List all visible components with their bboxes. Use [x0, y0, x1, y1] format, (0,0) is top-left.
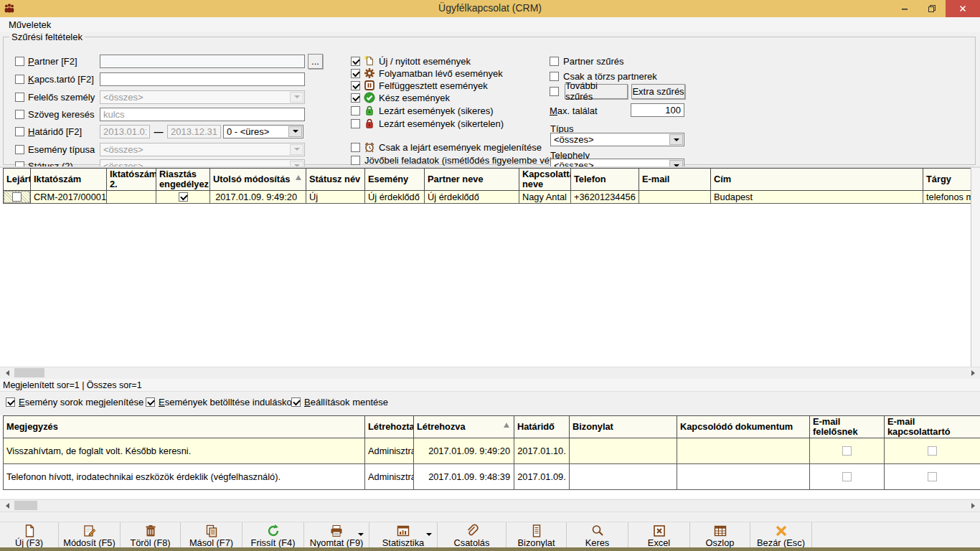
hscroll-thumb[interactable]: [14, 368, 44, 377]
col-lejart[interactable]: Lejárt: [4, 169, 31, 191]
felelos-filter-checkbox[interactable]: [15, 93, 24, 102]
notes-grid-hscrollbar[interactable]: [0, 499, 980, 512]
toolbar-statisztika-button[interactable]: Statisztika: [369, 522, 438, 548]
col-iktatoszam2[interactable]: Iktatószám 2.: [107, 169, 156, 191]
col-targy[interactable]: Tárgy: [923, 169, 971, 191]
col-cim[interactable]: Cím: [711, 169, 923, 191]
csak-lejart-checkbox[interactable]: [351, 143, 360, 152]
col-hatarido[interactable]: Határidő: [514, 416, 570, 438]
toolbar-bezar-button[interactable]: Bezár (Esc): [750, 522, 812, 548]
toolbar-masol-button[interactable]: Másol (F7): [181, 522, 242, 548]
statisztika-dropdown-arrow-icon[interactable]: [426, 533, 432, 536]
hscroll-left-arrow-icon[interactable]: [1, 369, 13, 377]
kapcstarto-filter-checkbox[interactable]: [15, 75, 24, 84]
tipus-combo-arrow-icon[interactable]: [669, 134, 683, 145]
extra-szures-button[interactable]: Extra szűrés: [631, 84, 685, 99]
toolbar-frissit-button[interactable]: Frissít (F4): [242, 522, 304, 548]
kapcstarto-label: Kapcs.tartó [F2]: [28, 74, 100, 85]
statistics-chart-icon: [396, 524, 410, 538]
kapcstarto-input[interactable]: [100, 72, 305, 86]
tipus-combo[interactable]: <összes>: [550, 133, 684, 146]
cell-kapcsolattarto-neve: Nagy Antal: [519, 191, 571, 204]
toolbar-nyomtat-button[interactable]: Nyomtat (F9): [304, 522, 369, 548]
col-statusz-nev[interactable]: Státusz név: [306, 169, 365, 191]
toolbar-oszlop-button[interactable]: Oszlop: [690, 522, 750, 548]
email-felelos-checkbox[interactable]: [842, 472, 852, 481]
toolbar-csatolas-button[interactable]: Csatolás: [438, 522, 507, 548]
lezart-sikertelen-checkbox[interactable]: [351, 119, 360, 128]
partner-szures-checkbox[interactable]: [550, 57, 559, 66]
col-kapcsolodo-dokumentum[interactable]: Kapcsolódó dokumentum: [677, 416, 810, 438]
hscroll-right-arrow-icon[interactable]: [967, 369, 979, 377]
col-telefon[interactable]: Telefon: [571, 169, 639, 191]
close-button[interactable]: [946, 0, 980, 17]
tovabbi-szures-button[interactable]: További szűrés: [565, 84, 628, 99]
tovabbi-szures-checkbox[interactable]: [550, 87, 559, 96]
events-grid-vscrollbar[interactable]: [971, 168, 980, 367]
esemeny-tipusa-combo-arrow-icon[interactable]: [290, 144, 303, 155]
email-kapcsolattarto-checkbox[interactable]: [928, 446, 937, 456]
esemeny-tipusa-combo[interactable]: <összes>: [100, 143, 305, 156]
felfuggesztett-checkbox[interactable]: [351, 81, 360, 90]
max-talalat-input[interactable]: [631, 103, 684, 117]
torzs-partnerek-checkbox[interactable]: [550, 72, 559, 81]
felelos-combo-arrow-icon[interactable]: [290, 92, 303, 103]
lejart-cell-checkbox[interactable]: [12, 192, 22, 202]
riasztas-checkbox[interactable]: [179, 192, 188, 202]
szoveg-input[interactable]: [100, 108, 305, 121]
hscroll-thumb[interactable]: [14, 501, 37, 510]
note-row[interactable]: Visszahívtam, de foglalt volt. Később ke…: [4, 438, 980, 464]
email-felelos-checkbox[interactable]: [842, 446, 852, 456]
hatarido-filter-checkbox[interactable]: [15, 127, 24, 136]
col-kapcsolattarto-neve[interactable]: Kapcsolatta neve: [519, 169, 571, 191]
beallitasok-mentese-checkbox[interactable]: [291, 397, 301, 407]
folyamatban-checkbox[interactable]: [351, 69, 360, 78]
partner-filter-checkbox[interactable]: [15, 57, 24, 66]
col-email[interactable]: E-mail: [639, 169, 711, 191]
menu-muveletek[interactable]: Műveletek: [6, 19, 54, 30]
cell-dokumentum: [677, 438, 810, 464]
col-email-felelosnek[interactable]: E-mail felelősnek: [810, 416, 885, 438]
minimize-button[interactable]: [891, 0, 918, 17]
toolbar-modosit-button[interactable]: Módosít (F5): [59, 522, 121, 548]
col-email-kapcsolattarto[interactable]: E-mail kapcsolattartó: [885, 416, 980, 438]
kesz-checkbox[interactable]: [351, 93, 360, 103]
hscroll-left-arrow-icon[interactable]: [1, 501, 13, 510]
hscroll-right-arrow-icon[interactable]: [967, 501, 979, 510]
felelos-combo[interactable]: <összes>: [100, 90, 305, 104]
hatarido-to-input[interactable]: [167, 125, 221, 138]
events-grid-hscrollbar[interactable]: [0, 367, 980, 380]
col-letrehozta[interactable]: Létrehozta: [365, 416, 414, 438]
esemeny-tipusa-filter-checkbox[interactable]: [15, 145, 24, 154]
hatarido-empty-combo[interactable]: 0 - <üres>: [223, 125, 303, 138]
event-row[interactable]: CRM-2017/00001 2017.01.09. 9:49:20 Új Új…: [4, 191, 971, 204]
col-iktatoszam[interactable]: Iktatószám: [31, 169, 107, 191]
nyomtat-dropdown-arrow-icon[interactable]: [358, 533, 364, 536]
hatarido-from-input[interactable]: [100, 125, 150, 138]
restore-button[interactable]: [918, 0, 946, 17]
toolbar-bizonylat-button[interactable]: Bizonylat: [507, 522, 567, 548]
col-utolso-modositas[interactable]: Utolsó módosítás: [210, 169, 306, 191]
uj-nyitott-checkbox[interactable]: [351, 57, 360, 66]
col-letrehozva[interactable]: Létrehozva: [414, 416, 514, 438]
note-row[interactable]: Telefonon hívott, irodatechnikai eszközö…: [4, 464, 980, 490]
esemeny-sorok-checkbox[interactable]: [6, 397, 15, 407]
email-kapcsolattarto-checkbox[interactable]: [928, 472, 937, 481]
toolbar-torol-button[interactable]: Töröl (F8): [121, 522, 181, 548]
toolbar-keres-button[interactable]: Keres: [567, 522, 628, 548]
hatarido-empty-combo-arrow-icon[interactable]: [288, 126, 302, 137]
col-bizonylat[interactable]: Bizonylat: [570, 416, 677, 438]
toolbar-uj-button[interactable]: Új (F3): [0, 522, 59, 548]
jovobeli-checkbox[interactable]: [351, 156, 360, 165]
max-talalat-label: Max. találat: [550, 105, 598, 116]
lezart-sikeres-checkbox[interactable]: [351, 106, 360, 116]
toolbar-excel-button[interactable]: Excel: [628, 522, 690, 548]
col-riasztas[interactable]: Riasztás engedélyez: [156, 169, 210, 191]
col-esemeny[interactable]: Esemény: [365, 169, 425, 191]
esemenyek-betoltese-checkbox[interactable]: [146, 397, 155, 407]
partner-browse-button[interactable]: ...: [308, 54, 323, 69]
szoveg-filter-checkbox[interactable]: [15, 110, 24, 119]
partner-input[interactable]: [100, 55, 305, 68]
col-megjegyzes[interactable]: Megjegyzés: [4, 416, 365, 438]
col-partner-neve[interactable]: Partner neve: [425, 169, 519, 191]
